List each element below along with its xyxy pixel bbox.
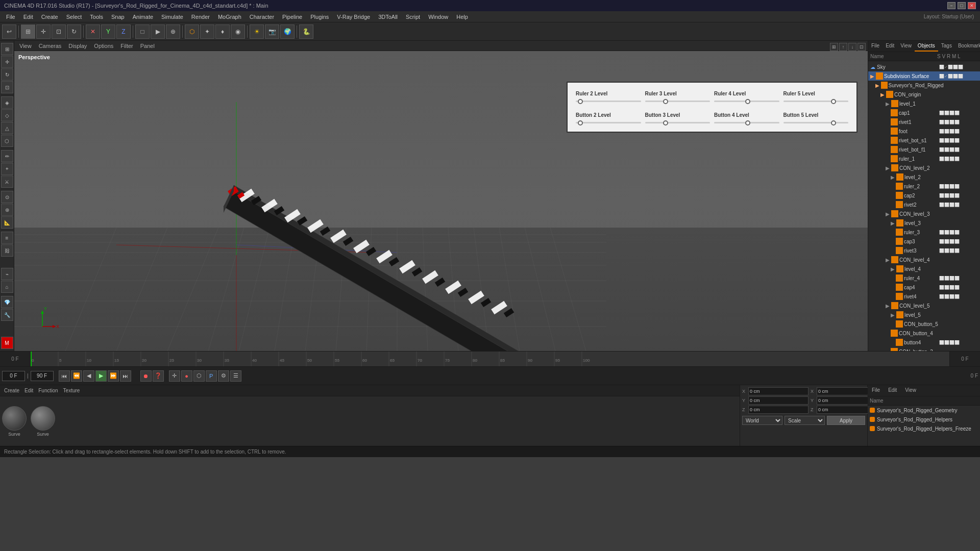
maximize-button[interactable]: □ xyxy=(958,2,966,9)
tree-ruler1[interactable]: ruler_1 ⬜⬜⬜⬜ xyxy=(868,154,980,163)
tree-con-origin[interactable]: ▶ CON_origin xyxy=(868,90,980,99)
menu-script[interactable]: Script xyxy=(402,13,424,21)
vp-tab-display[interactable]: Display xyxy=(65,43,90,49)
lt-mode1[interactable]: ◈ xyxy=(1,96,13,109)
tool1-btn[interactable]: ✛ xyxy=(169,370,180,382)
menu-create[interactable]: Create xyxy=(37,13,62,21)
button2-slider[interactable] xyxy=(578,120,583,126)
button4-slider[interactable] xyxy=(745,120,750,126)
obj-item-3[interactable]: Surveyor's_Rod_Rigged_Helpers_Freeze xyxy=(868,424,980,433)
lt-anim1[interactable]: ⌁ xyxy=(1,268,13,280)
ruler5-slider[interactable] xyxy=(831,99,836,104)
mat-function[interactable]: Function xyxy=(36,388,60,393)
rp-tab-edit[interactable]: Edit xyxy=(883,41,897,52)
tree-level3[interactable]: ▶ level_3 xyxy=(868,218,980,228)
render-button[interactable]: ▶ xyxy=(151,24,165,39)
z-axis[interactable]: Z xyxy=(116,24,131,39)
x-pos-input[interactable] xyxy=(748,387,808,395)
tree-ruler3[interactable]: ruler_3 ⬜⬜⬜⬜ xyxy=(868,228,980,237)
tool4-btn[interactable]: P xyxy=(206,370,217,382)
lt-extra1[interactable]: 💎 xyxy=(1,296,13,308)
y-axis[interactable]: Y xyxy=(101,24,115,39)
lt-anim2[interactable]: ⌂ xyxy=(1,281,13,293)
go-end-button[interactable]: ⏭ xyxy=(120,370,131,382)
timeline-ruler[interactable]: 0 5 10 15 20 25 30 35 40 45 50 55 60 65 … xyxy=(31,352,949,366)
render-region[interactable]: ⊕ xyxy=(166,24,180,39)
minimize-button[interactable]: − xyxy=(947,2,955,9)
lt-paint[interactable]: ✏ xyxy=(1,150,13,162)
lt-knife[interactable]: ⚔ xyxy=(1,176,13,188)
undo-button[interactable]: ↩ xyxy=(2,24,16,39)
key-btn[interactable]: ❓ xyxy=(153,370,164,382)
lt-move[interactable]: ✛ xyxy=(1,56,13,68)
rp-tab-tags[interactable]: Tags xyxy=(938,41,955,52)
tree-con-button3[interactable]: CON_button_3 xyxy=(868,347,980,351)
ruler4-slider[interactable] xyxy=(745,99,750,104)
tool2-btn[interactable]: ● xyxy=(181,370,192,382)
select-tool[interactable]: ⊞ xyxy=(21,24,35,39)
go-start-button[interactable]: ⏮ xyxy=(59,370,70,382)
scale-select[interactable]: Scale xyxy=(785,416,825,425)
scene-obj[interactable]: 🌍 xyxy=(280,24,295,39)
tree-level2[interactable]: ▶ level_2 xyxy=(868,172,980,182)
tree-rivet3[interactable]: rivet3 ⬜⬜⬜⬜ xyxy=(868,246,980,255)
tree-rivet2[interactable]: rivet2 ⬜⬜⬜⬜ xyxy=(868,200,980,209)
lt-measure[interactable]: 📐 xyxy=(1,216,13,229)
lt-extra2[interactable]: 🔧 xyxy=(1,309,13,321)
menu-edit[interactable]: Edit xyxy=(19,13,37,21)
lt-rigging[interactable]: ⛓ xyxy=(1,244,13,257)
tree-level4[interactable]: ▶ level_4 xyxy=(868,264,980,273)
ruler3-slider[interactable] xyxy=(663,99,668,104)
vp-tab-filter[interactable]: Filter xyxy=(117,43,136,49)
tree-con-level4[interactable]: ▶ CON_level_4 xyxy=(868,255,980,264)
vp-tab-cameras[interactable]: Cameras xyxy=(36,43,65,49)
mat-create[interactable]: Create xyxy=(2,388,21,393)
step-back-button[interactable]: ⏪ xyxy=(71,370,82,382)
tree-surveyor[interactable]: ▶ Surveyor's_Rod_Rigged xyxy=(868,81,980,90)
vp-tab-view[interactable]: View xyxy=(16,43,35,49)
tree-foot[interactable]: foot ⬜⬜⬜⬜ xyxy=(868,127,980,136)
window-controls[interactable]: − □ ✕ xyxy=(947,2,976,9)
menu-window[interactable]: Window xyxy=(424,13,452,21)
rotate-tool[interactable]: ↻ xyxy=(67,24,81,39)
play-button[interactable]: ▶ xyxy=(95,370,107,382)
tree-subdiv[interactable]: ▶ Subdivision Surface ⬜✓⬜⬜⬜ xyxy=(868,71,980,81)
lt-rotate[interactable]: ↻ xyxy=(1,68,13,81)
tree-rivet-bot-f1[interactable]: rivet_bot_f1 ⬜⬜⬜⬜ xyxy=(868,145,980,154)
current-frame-input[interactable] xyxy=(2,371,25,381)
menu-snap[interactable]: Snap xyxy=(107,13,129,21)
menu-tools[interactable]: Tools xyxy=(86,13,107,21)
scale-tool[interactable]: ⊡ xyxy=(52,24,66,39)
vp-tab-panel[interactable]: Panel xyxy=(137,43,158,49)
material-2[interactable]: Surve xyxy=(31,406,55,437)
light-obj[interactable]: ☀ xyxy=(250,24,264,39)
tree-cap4[interactable]: cap4 ⬜⬜⬜⬜ xyxy=(868,283,980,292)
step-forward-button[interactable]: ⏩ xyxy=(108,370,119,382)
obj-tab-file[interactable]: File xyxy=(868,385,884,396)
rp-tab-view[interactable]: View xyxy=(897,41,915,52)
menu-vray[interactable]: V-Ray Bridge xyxy=(333,13,374,21)
menu-plugins[interactable]: Plugins xyxy=(306,13,333,21)
tool3-btn[interactable]: ⬡ xyxy=(193,370,205,382)
tree-cap2[interactable]: cap2 ⬜⬜⬜⬜ xyxy=(868,191,980,200)
tree-cap1[interactable]: cap1 ⬜⬜⬜⬜ xyxy=(868,108,980,117)
close-button[interactable]: ✕ xyxy=(968,2,976,9)
vp-tab-options[interactable]: Options xyxy=(91,43,116,49)
tree-level1[interactable]: ▶ level_1 xyxy=(868,99,980,108)
tree-con-level3[interactable]: ▶ CON_level_3 xyxy=(868,209,980,218)
tree-con-button4[interactable]: CON_button_4 xyxy=(868,329,980,338)
menu-simulate[interactable]: Simulate xyxy=(157,13,187,21)
tree-cap3[interactable]: cap3 ⬜⬜⬜⬜ xyxy=(868,237,980,246)
record-btn[interactable]: ⏺ xyxy=(140,370,152,382)
tree-level5[interactable]: ▶ level_5 xyxy=(868,310,980,319)
menu-select[interactable]: Select xyxy=(62,13,86,21)
lt-select[interactable]: ⊞ xyxy=(1,43,13,55)
ruler2-slider[interactable] xyxy=(578,99,583,104)
vp-icon-2[interactable]: ↑ xyxy=(839,43,847,51)
obj-item-1[interactable]: Surveyor's_Rod_Rigged_Geometry xyxy=(868,406,980,415)
tool5-btn[interactable]: ⚙ xyxy=(218,370,229,382)
lt-hair[interactable]: ≡ xyxy=(1,232,13,244)
world-select[interactable]: World Object xyxy=(742,416,782,425)
menu-help[interactable]: Help xyxy=(452,13,472,21)
lt-maxon[interactable]: M xyxy=(1,337,13,349)
